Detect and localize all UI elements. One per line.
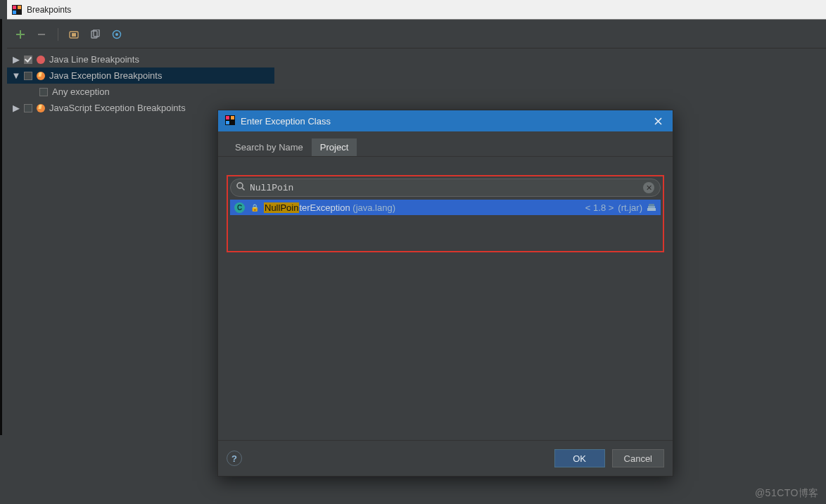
- tree-row-java-line[interactable]: ▶ Java Line Breakpoints: [7, 51, 274, 67]
- search-area: ✕ C 🔒 NullPointerException (java.lang) <…: [218, 157, 673, 252]
- svg-rect-15: [647, 208, 656, 211]
- toolbar-separator: [58, 28, 58, 41]
- result-jdk: < 1.8 >: [585, 202, 614, 213]
- breakpoints-titlebar[interactable]: Breakpoints: [7, 0, 826, 20]
- result-rest: terException: [299, 202, 350, 213]
- tree-label: JavaScript Exception Breakpoints: [49, 103, 186, 113]
- group-by-class-button[interactable]: [110, 28, 123, 41]
- svg-rect-11: [226, 116, 229, 119]
- svg-point-14: [237, 183, 243, 188]
- svg-rect-3: [13, 11, 16, 14]
- svg-rect-2: [18, 6, 21, 9]
- annotation-highlight-box: ✕ C 🔒 NullPointerException (java.lang) <…: [227, 175, 664, 252]
- svg-rect-1: [13, 6, 16, 9]
- result-jar: (rt.jar): [618, 202, 642, 213]
- help-button[interactable]: ?: [227, 451, 242, 466]
- clear-search-icon[interactable]: ✕: [643, 182, 654, 193]
- add-breakpoint-button[interactable]: [14, 28, 27, 41]
- exception-breakpoint-icon: [37, 104, 45, 112]
- breakpoint-icon: [37, 56, 45, 64]
- class-icon: C: [234, 202, 245, 213]
- tree-label: Any exception: [52, 86, 110, 97]
- close-icon[interactable]: [650, 113, 666, 129]
- breakpoints-title: Breakpoints: [27, 5, 71, 15]
- ok-button[interactable]: OK: [554, 449, 605, 467]
- result-package: (java.lang): [350, 202, 395, 213]
- intellij-icon: [225, 115, 235, 127]
- checkbox[interactable]: [24, 56, 32, 64]
- library-icon: [647, 203, 656, 212]
- tree-label: Java Line Breakpoints: [49, 54, 139, 65]
- checkbox[interactable]: [24, 104, 32, 112]
- enter-exception-class-dialog: Enter Exception Class Search by Name Pro…: [217, 110, 673, 477]
- tab-project[interactable]: Project: [312, 138, 357, 156]
- result-name: NullPointerException (java.lang): [264, 202, 395, 213]
- checkbox[interactable]: [24, 72, 32, 80]
- svg-point-9: [115, 33, 118, 36]
- exception-breakpoint-icon: [37, 72, 45, 80]
- search-field[interactable]: ✕: [230, 179, 661, 197]
- checkbox[interactable]: [39, 88, 48, 96]
- tree-row-any-exception[interactable]: Any exception: [7, 84, 274, 100]
- result-row-nullpointerexception[interactable]: C 🔒 NullPointerException (java.lang) < 1…: [230, 200, 661, 215]
- remove-breakpoint-button[interactable]: [35, 28, 48, 41]
- editor-gutter-strip: [0, 19, 2, 435]
- dialog-title: Enter Exception Class: [241, 116, 644, 127]
- result-match: NullPoin: [264, 202, 299, 213]
- tree-row-java-exception[interactable]: ▼ Java Exception Breakpoints: [7, 67, 274, 84]
- collapse-arrow-icon[interactable]: ▼: [13, 70, 20, 81]
- result-location: < 1.8 > (rt.jar): [585, 202, 656, 213]
- svg-rect-5: [72, 33, 76, 37]
- expand-arrow-icon[interactable]: ▶: [13, 54, 20, 65]
- tree-label: Java Exception Breakpoints: [49, 70, 162, 81]
- group-by-package-button[interactable]: [68, 28, 81, 41]
- dialog-footer: ? OK Cancel: [218, 440, 673, 476]
- breakpoints-tree: ▶ Java Line Breakpoints ▼ Java Exception…: [7, 49, 274, 119]
- breakpoints-toolbar: [7, 25, 826, 49]
- group-by-file-button[interactable]: [89, 28, 102, 41]
- dialog-tabs: Search by Name Project: [218, 131, 673, 157]
- intellij-icon: [11, 4, 23, 15]
- cancel-button[interactable]: Cancel: [612, 449, 664, 467]
- tab-search-by-name[interactable]: Search by Name: [227, 138, 312, 156]
- svg-rect-16: [648, 206, 655, 208]
- expand-arrow-icon[interactable]: ▶: [13, 103, 20, 113]
- svg-rect-12: [231, 116, 234, 119]
- svg-rect-13: [226, 121, 229, 124]
- watermark: @51CTO博客: [755, 487, 819, 500]
- search-results: C 🔒 NullPointerException (java.lang) < 1…: [230, 200, 661, 249]
- lock-icon: 🔒: [249, 202, 260, 213]
- search-input[interactable]: [250, 183, 639, 193]
- svg-rect-17: [649, 204, 654, 206]
- dialog-titlebar[interactable]: Enter Exception Class: [218, 110, 673, 131]
- search-icon: [236, 182, 246, 193]
